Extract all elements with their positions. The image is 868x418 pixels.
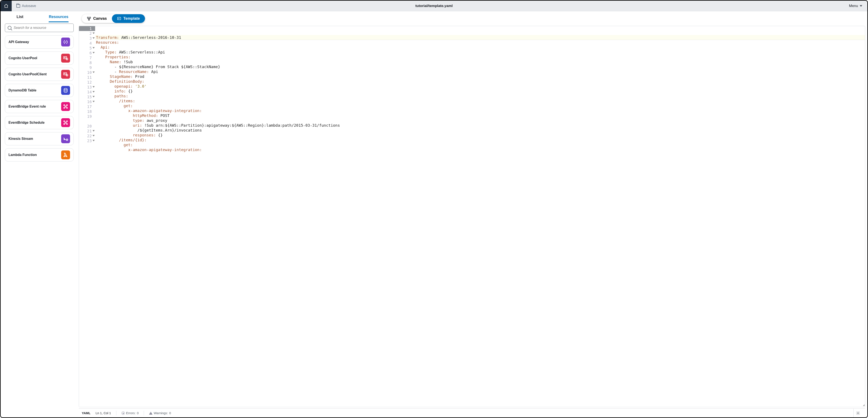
tab-resources[interactable]: Resources [39,11,78,22]
line-number[interactable]: 6 [79,51,95,55]
code-line[interactable]: x-amazon-apigateway-integration: [95,108,865,113]
resource-card[interactable]: DynamoDB Table [5,84,74,97]
resize-handle-icon: ◢ [863,403,865,407]
lang-indicator[interactable]: YAML [82,411,90,415]
svg-point-14 [64,124,65,125]
resource-card[interactable]: EventBridge Schedule [5,116,74,129]
home-button[interactable] [1,1,12,11]
tab-list[interactable]: List [1,11,39,22]
resource-card[interactable]: Cognito UserPool [5,52,74,65]
view-canvas-label: Canvas [93,17,107,21]
view-switch: Canvas Template [82,14,145,23]
line-number[interactable]: 11 [79,75,95,80]
main: List Resources API GatewayCognito UserPo… [1,11,867,417]
line-number[interactable]: 4 [79,41,95,45]
line-number[interactable]: 18 [79,109,95,114]
code-line[interactable]: type: aws_proxy [95,118,865,123]
code-editor[interactable]: 1234567891011121314151617181920212223 Tr… [79,26,865,407]
line-number[interactable]: 20 [79,124,95,129]
code-line[interactable]: get: [95,103,865,108]
code-line[interactable]: uri: !Sub arn:${AWS::Partition}:apigatew… [95,123,865,128]
resource-name: EventBridge Event rule [8,105,58,108]
line-number[interactable]: 12 [79,80,95,85]
resource-card[interactable]: Cognito UserPoolClient [5,68,74,81]
line-number[interactable]: 19 [79,114,95,119]
resource-icon [61,70,70,79]
menu-dropdown[interactable]: Menu [849,4,867,8]
view-template[interactable]: Template [112,14,145,23]
warnings-indicator[interactable]: Warnings: 0 [149,411,171,415]
line-number[interactable]: 22 [79,133,95,138]
line-number[interactable]: 9 [79,65,95,70]
code-line[interactable]: info: {} [95,89,865,94]
line-number[interactable]: 17 [79,104,95,109]
line-number[interactable] [79,119,95,124]
resource-card[interactable]: EventBridge Event rule [5,100,74,113]
sidebar-tabs: List Resources [1,11,78,22]
code-line[interactable]: DefinitionBody: [95,79,865,84]
errors-indicator[interactable]: Errors: 0 [121,411,138,415]
line-number[interactable]: 2 [79,31,95,36]
cursor-position: Ln 1, Col 1 [96,411,111,415]
line-number[interactable]: 21 [79,129,95,133]
code-line[interactable]: StageName: Prod [95,74,865,79]
line-number[interactable]: 7 [79,55,95,60]
code-line[interactable]: /items: [95,98,865,103]
line-number[interactable]: 10 [79,70,95,75]
resource-card[interactable]: Lambda Function [5,148,74,161]
view-canvas[interactable]: Canvas [82,14,112,23]
line-number[interactable]: 8 [79,60,95,65]
line-number[interactable]: 16 [79,99,95,104]
code-line[interactable]: openapi: '3.0' [95,84,865,89]
line-number[interactable]: 13 [79,85,95,90]
resource-name: Lambda Function [8,153,58,157]
resource-name: Kinesis Stream [8,137,58,141]
autosave-indicator: Autosave [12,4,36,8]
search-box[interactable] [5,24,74,32]
status-bar: YAML Ln 1, Col 1 Errors: 0 Warnings: 0 [79,409,865,417]
svg-point-8 [66,105,67,106]
chevron-down-icon [860,5,862,7]
code-line[interactable]: Resources: [95,40,865,45]
search-input[interactable] [13,26,71,30]
line-number[interactable]: 5 [79,45,95,51]
svg-rect-19 [90,17,91,18]
code-line[interactable]: Type: AWS::Serverless::Api [95,50,865,55]
code-line[interactable]: get: [95,142,865,147]
code-line[interactable]: - ResourceName: Api [95,69,865,74]
settings-button[interactable] [854,409,862,418]
gutter[interactable]: 1234567891011121314151617181920212223 [79,26,95,407]
code-line[interactable]: paths: [95,94,865,98]
svg-point-22 [857,413,859,414]
code-line[interactable]: /${getItems.Arn}/invocations [95,128,865,133]
code-line[interactable]: - ${ResourceName} From Stack ${AWS::Stac… [95,64,865,69]
line-number[interactable]: 3 [79,36,95,41]
canvas-icon [87,17,91,21]
editor-panel: Canvas Template 123456789101112131415161… [78,11,867,417]
code-line[interactable]: Properties: [95,55,865,59]
line-number[interactable]: 23 [79,138,95,143]
code-line[interactable]: Api: [95,45,865,50]
code-line[interactable]: httpMethod: POST [95,113,865,118]
code-line[interactable]: x-amazon-apigateway-integration: [95,147,865,152]
code-area[interactable]: Transform: AWS::Serverless-2016-10-31Res… [95,26,865,407]
line-number[interactable]: 14 [79,90,95,94]
file-title: tutorial/template.yaml [1,4,867,8]
svg-point-13 [66,121,67,122]
resource-card[interactable]: Kinesis Stream [5,132,74,146]
resource-name: Cognito UserPool [8,56,58,60]
code-line[interactable]: responses: {} [95,133,865,137]
line-number[interactable]: 15 [79,94,95,99]
code-line[interactable]: Transform: AWS::Serverless-2016-10-31 [95,35,865,40]
svg-point-1 [64,57,65,58]
code-line[interactable]: /items/{id}: [95,137,865,142]
view-template-label: Template [123,17,140,21]
resource-icon [61,54,70,63]
gear-icon [856,411,860,415]
code-line[interactable]: Name: !Sub [95,59,865,64]
menu-label: Menu [849,4,858,8]
resource-card[interactable]: API Gateway [5,35,74,49]
svg-point-16 [65,122,66,123]
resource-name: DynamoDB Table [8,89,58,92]
line-number[interactable]: 1 [79,26,95,31]
